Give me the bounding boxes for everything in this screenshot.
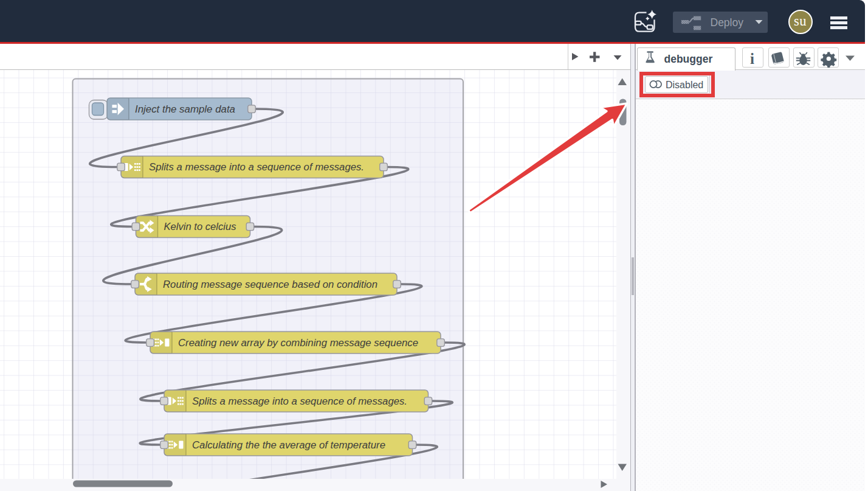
svg-text:Splits a message into a sequen: Splits a message into a sequence of mess… <box>149 161 364 173</box>
svg-text:Calculating the the average of: Calculating the the average of temperatu… <box>192 439 385 450</box>
svg-text:Inject the sample data: Inject the sample data <box>135 103 235 114</box>
svg-text:Routing message sequence based: Routing message sequence based on condit… <box>163 278 377 290</box>
svg-text:Creating new array by combinin: Creating new array by combining message … <box>178 336 418 348</box>
svg-text:Kelvin to celcius: Kelvin to celcius <box>164 221 237 232</box>
svg-text:Deploy: Deploy <box>711 16 744 29</box>
svg-text:Splits a message into a sequen: Splits a message into a sequence of mess… <box>192 395 407 406</box>
